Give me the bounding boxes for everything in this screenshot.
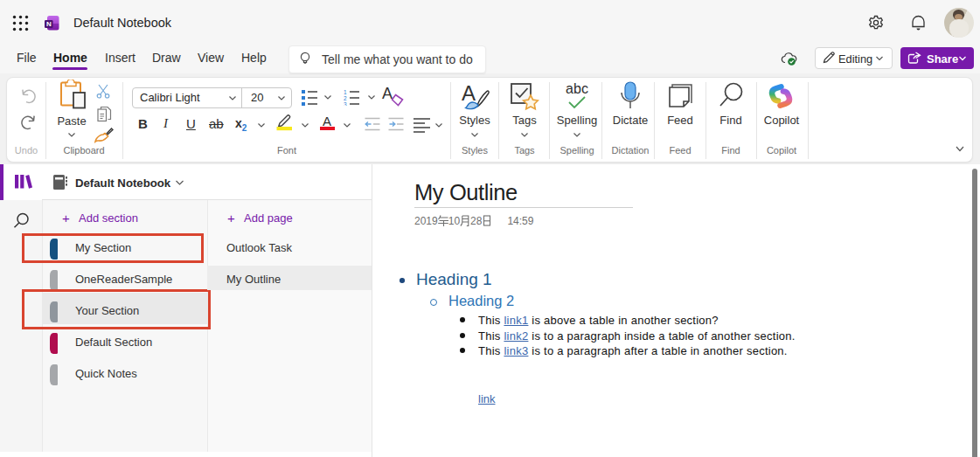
- svg-text:A: A: [462, 81, 476, 105]
- svg-text:N: N: [46, 20, 52, 28]
- svg-text:1: 1: [344, 89, 347, 95]
- svg-text:3: 3: [344, 101, 347, 107]
- svg-text:2: 2: [344, 95, 347, 101]
